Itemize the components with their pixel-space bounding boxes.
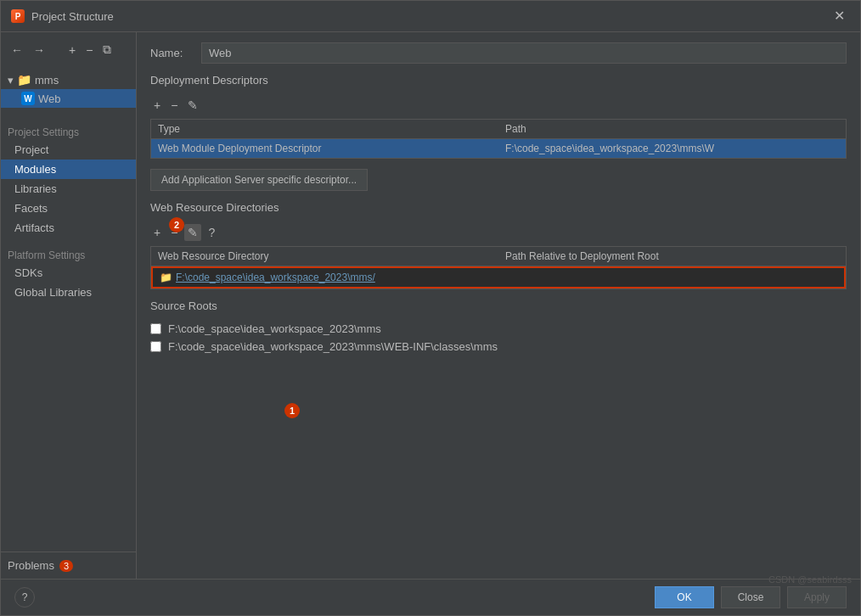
dialog-footer: ? OK Close Apply (1, 579, 860, 615)
tree-area: ▾ 📁 mms W Web (1, 67, 136, 111)
nav-toolbar: ← → + − ⧉ (1, 32, 136, 67)
app-icon: P (11, 9, 25, 23)
dd-row1-path: F:\code_space\idea_workspace_2023\mms\W (498, 139, 846, 158)
wr-help-button[interactable]: ? (205, 224, 218, 241)
add-module-button[interactable]: + (65, 42, 79, 59)
add-server-button[interactable]: Add Application Server specific descript… (150, 169, 368, 191)
dd-toolbar: + − ✎ (150, 97, 847, 114)
apply-button[interactable]: Apply (787, 586, 847, 608)
dd-table-row[interactable]: Web Module Deployment Descriptor F:\code… (151, 139, 846, 158)
sr1-label: F:\code_space\idea_workspace_2023\mms (168, 322, 381, 335)
name-row: Name: (150, 42, 847, 64)
deployment-descriptors-title: Deployment Descriptors (150, 74, 847, 87)
wr-row1-path: 📁 F:\code_space\idea_workspace_2023\mms/ (153, 268, 498, 287)
wr-col2-header: Path Relative to Deployment Root (498, 247, 846, 266)
footer-buttons: OK Close Apply (655, 586, 847, 608)
sr2-label: F:\code_space\idea_workspace_2023\mms\WE… (168, 340, 498, 353)
dialog-title: Project Structure (31, 10, 114, 23)
close-dialog-button[interactable]: Close (721, 586, 780, 608)
dd-table: Type Path Web Module Deployment Descript… (150, 119, 847, 159)
sr1-checkbox[interactable] (150, 323, 161, 334)
watermark: CSDN @seabirdsss (768, 574, 852, 585)
add-server-container: Add Application Server specific descript… (150, 169, 847, 191)
wr-table-row[interactable]: 📁 F:\code_space\idea_workspace_2023\mms/ (151, 266, 846, 288)
deployment-descriptors-section: Deployment Descriptors + − ✎ Type Path W… (150, 74, 847, 159)
left-panel: ← → + − ⧉ ▾ 📁 mms W Web (1, 32, 137, 579)
dd-col2-header: Path (498, 120, 846, 138)
close-button[interactable]: ✕ (829, 8, 850, 25)
ok-button[interactable]: OK (655, 586, 714, 608)
sidebar-sections: Project Settings Project Modules Librari… (1, 121, 136, 302)
right-panel: Name: Deployment Descriptors + − ✎ Type … (137, 32, 860, 579)
tree-toolbar: + − ⧉ (59, 37, 121, 62)
sr1-row: F:\code_space\idea_workspace_2023\mms (150, 322, 847, 335)
name-input[interactable] (201, 42, 847, 64)
problems-bar: Problems 3 (1, 552, 136, 579)
sidebar-item-global-libraries[interactable]: Global Libraries (1, 283, 136, 302)
project-structure-dialog: P Project Structure ✕ ← → + − ⧉ ▾ 📁 (0, 0, 861, 616)
expand-arrow: ▾ (8, 74, 14, 87)
problems-label: Problems (8, 559, 54, 572)
sidebar-item-libraries[interactable]: Libraries (1, 179, 136, 199)
title-bar: P Project Structure ✕ (1, 1, 860, 32)
name-label: Name: (150, 47, 193, 59)
sr2-checkbox[interactable] (150, 341, 161, 352)
web-resource-section: Web Resource Directories + − ✎ ? 2 Web R… (150, 201, 847, 289)
tree-item-mms[interactable]: ▾ 📁 mms (1, 70, 136, 89)
source-roots-title: Source Roots (150, 300, 847, 312)
tree-item-label-mms: mms (35, 74, 59, 87)
copy-module-button[interactable]: ⧉ (99, 41, 115, 59)
title-bar-left: P Project Structure (11, 9, 114, 23)
badge-1: 1 (284, 403, 300, 418)
wr-badge-2: 2 (169, 217, 184, 232)
sidebar-item-modules[interactable]: Modules (1, 160, 136, 179)
wr-col1-header: Web Resource Directory (151, 247, 498, 266)
folder-icon: 📁 (17, 73, 31, 87)
sidebar-item-artifacts[interactable]: Artifacts (1, 218, 136, 238)
wr-row1-rel (498, 268, 844, 287)
sidebar-item-sdks[interactable]: SDKs (1, 263, 136, 283)
sidebar-item-project[interactable]: Project (1, 140, 136, 160)
content-area: ← → + − ⧉ ▾ 📁 mms W Web (1, 32, 860, 579)
wr-add-button[interactable]: + (150, 224, 164, 241)
dd-remove-button[interactable]: − (167, 97, 181, 114)
wr-edit-button[interactable]: ✎ (184, 224, 201, 241)
source-roots-section: Source Roots F:\code_space\idea_workspac… (150, 300, 847, 353)
web-resource-title: Web Resource Directories (150, 201, 847, 214)
sr2-row: F:\code_space\idea_workspace_2023\mms\WE… (150, 340, 847, 353)
platform-settings-label: Platform Settings (1, 244, 136, 263)
wr-table: Web Resource Directory Path Relative to … (150, 246, 847, 289)
dd-col1-header: Type (151, 120, 498, 138)
help-button[interactable]: ? (14, 587, 35, 608)
web-module-icon: W (21, 92, 35, 105)
project-settings-label: Project Settings (1, 121, 136, 140)
dd-table-header: Type Path (151, 120, 846, 139)
dd-edit-button[interactable]: ✎ (184, 97, 201, 114)
dd-add-button[interactable]: + (150, 97, 164, 114)
forward-button[interactable]: → (30, 42, 48, 59)
wr-table-header: Web Resource Directory Path Relative to … (151, 247, 846, 266)
sidebar-item-facets[interactable]: Facets (1, 199, 136, 218)
remove-module-button[interactable]: − (82, 42, 96, 59)
back-button[interactable]: ← (8, 42, 26, 59)
tree-item-web[interactable]: W Web (1, 89, 136, 108)
folder-small-icon: 📁 (160, 272, 172, 283)
problems-badge: 3 (59, 560, 73, 572)
dd-row1-type: Web Module Deployment Descriptor (151, 139, 498, 158)
wr-toolbar: + − ✎ ? 2 (150, 224, 847, 241)
tree-item-label-web: Web (38, 92, 61, 105)
